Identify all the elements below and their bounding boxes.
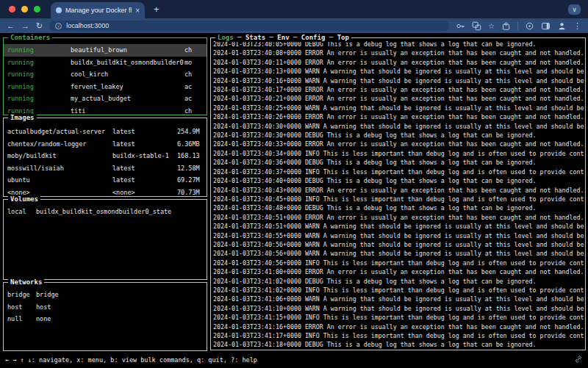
image-row[interactable]: ubuntu latest 69.27M (4, 174, 207, 187)
image-name: mosswill/isaiah (7, 165, 112, 172)
network-row[interactable]: null none (4, 313, 207, 325)
logs-tab-group: ─ Env (265, 34, 290, 42)
log-line: 2024-01-03T23:40:13+0000 WARN A warning … (213, 67, 585, 76)
image-row[interactable]: mosswill/isaiah latest 12.58M (4, 162, 207, 175)
docker-tui-page: Containers running beautiful_brown ch ru… (0, 33, 588, 351)
forward-button[interactable]: → (21, 22, 29, 30)
image-row[interactable]: actualbudget/actual-server latest 254.9M (4, 126, 207, 138)
container-name: cool_kirch (71, 71, 184, 78)
image-tag: latest (112, 165, 177, 172)
log-line: 2024-01-03T23:40:55+0000 WARN A warning … (213, 231, 585, 240)
network-name: host (7, 303, 36, 311)
log-line: 2024-01-03T23:40:21+0000 ERROR An error … (213, 94, 585, 103)
container-row[interactable]: running beautiful_brown ch (4, 44, 207, 57)
tab-search-chevron-icon[interactable]: ∨ (568, 4, 581, 15)
network-driver: host (36, 303, 207, 311)
log-line: 2024-01-03T23:40:37+0000 INFO This is le… (213, 167, 585, 176)
network-name: bridge (7, 291, 36, 298)
log-line: 2024-01-03T23:40:51+0000 ERROR An error … (213, 213, 585, 222)
right-column: Logs ─ Stats ─ Env ─ Config ─ Top 2024-0… (207, 33, 588, 351)
reload-button[interactable]: ↻ (36, 22, 43, 30)
volume-name: buildx_buildkit_osmondbuilder0_state (36, 208, 207, 215)
side-panel-icon[interactable] (541, 21, 551, 31)
image-size: 6.36MB (177, 140, 207, 148)
site-info-icon[interactable]: i (55, 23, 62, 29)
log-line: 2024-01-03T23:40:56+0000 INFO This is le… (213, 259, 585, 267)
container-status: running (7, 95, 71, 102)
image-row[interactable]: moby/buildkit buildx-stable-1 168.13 (4, 150, 207, 162)
networks-panel[interactable]: Networks bridge bridge host host (3, 282, 207, 351)
container-row[interactable]: running fervent_leakey ac (4, 81, 207, 93)
macos-close-button[interactable] (9, 6, 15, 12)
log-line: 2024-01-03T23:41:18+0000 DEBUG This is a… (213, 340, 585, 349)
macos-zoom-button[interactable] (34, 6, 40, 12)
translate-icon[interactable] (472, 21, 481, 31)
log-line: 2024-01-03T23:41:10+0000 WARN A warning … (213, 304, 585, 313)
log-line: 2024-01-03T23:41:02+0000 DEBUG This is a… (213, 277, 585, 286)
image-tag: buildx-stable-1 (112, 152, 177, 159)
back-button[interactable]: ← (7, 22, 15, 30)
url-text: localhost:3000 (66, 22, 109, 29)
logs-tab[interactable]: Logs (218, 34, 234, 41)
network-row[interactable]: bridge bridge (4, 289, 207, 301)
tab-separator: ─ (234, 34, 245, 41)
log-line: 2024-01-03T23:40:45+0000 INFO This is le… (213, 195, 585, 203)
status-bar: ← → ↑ ↓: navigate, x: menu, b: view bulk… (0, 351, 588, 368)
browser-tab[interactable]: Manage your Docker fleet w × (51, 2, 145, 18)
volumes-panel-title: Volumes (8, 195, 40, 203)
logs-tab[interactable]: Config (301, 34, 326, 41)
containers-list: running beautiful_brown ch running build… (4, 38, 207, 115)
log-line: 2024-01-03T23:40:40+0000 DEBUG This is a… (213, 176, 585, 185)
logs-tab[interactable]: Env (277, 34, 289, 41)
network-driver: bridge (36, 291, 207, 298)
image-row[interactable]: chentex/random-logger latest 6.36MB (4, 138, 207, 151)
tab-separator: ─ (325, 34, 337, 41)
browser-menu-kebab-icon[interactable]: ⋮ (573, 21, 581, 31)
network-driver: none (36, 315, 207, 322)
tab-separator: ─ (290, 34, 301, 41)
tab-strip: Manage your Docker fleet w × + ∨ (0, 0, 588, 18)
log-line: 2024-01-03T23:41:00+0000 ERROR An error … (213, 267, 585, 276)
logs-panel-tabs: Logs ─ Stats ─ Env ─ Config ─ Top (215, 34, 351, 42)
container-row[interactable]: running cool_kirch ch (4, 68, 207, 81)
images-list: actualbudget/actual-server latest 254.9M… (4, 118, 207, 196)
image-name: moby/buildkit (7, 152, 112, 159)
logs-tab-group: ─ Top (325, 34, 349, 42)
extension-circle-icon[interactable] (525, 21, 534, 31)
network-name: null (7, 315, 36, 322)
password-key-icon[interactable] (456, 21, 465, 31)
extensions-puzzle-icon[interactable] (501, 21, 511, 31)
container-image: ac (184, 83, 207, 90)
container-row[interactable]: running my_actual_budget ac (4, 93, 207, 105)
containers-panel[interactable]: Containers running beautiful_brown ch ru… (3, 37, 207, 115)
image-size: 12.58M (177, 165, 207, 172)
macos-minimize-button[interactable] (21, 6, 28, 12)
address-bar[interactable]: i localhost:3000 (49, 21, 449, 31)
logs-panel[interactable]: Logs ─ Stats ─ Env ─ Config ─ Top 2024-0… (210, 37, 586, 350)
image-tag: latest (112, 128, 177, 135)
tab-separator: ─ (265, 34, 277, 41)
container-row[interactable]: running buildx_buildkit_osmondbuilder0 m… (4, 57, 207, 69)
log-line: 2024-01-03T23:40:17+0000 ERROR An error … (213, 85, 585, 94)
volumes-panel[interactable]: Volumes local buildx_buildkit_osmondbuil… (3, 199, 207, 280)
container-row[interactable]: running titi ch (4, 105, 207, 115)
image-name: actualbudget/actual-server (7, 128, 112, 135)
volume-row[interactable]: local buildx_buildkit_osmondbuilder0_sta… (4, 206, 207, 218)
container-image: mo (184, 59, 207, 66)
network-row[interactable]: host host (4, 301, 207, 314)
images-panel[interactable]: Images actualbudget/actual-server latest… (3, 118, 207, 197)
logs-tab[interactable]: Top (337, 34, 349, 41)
tab-close-icon[interactable]: × (135, 7, 140, 15)
container-status: running (7, 71, 71, 78)
logs-tab[interactable]: Stats (245, 34, 265, 41)
volume-driver: local (7, 208, 36, 215)
profile-avatar-icon[interactable] (557, 21, 567, 31)
new-tab-button[interactable]: + (154, 4, 159, 15)
images-panel-title: Images (8, 114, 37, 122)
left-column: Containers running beautiful_brown ch ru… (0, 33, 207, 351)
image-row[interactable]: <none> <none> 70.73M (4, 187, 207, 197)
container-image: ch (184, 107, 207, 115)
log-line: 2024-01-03T23:40:11+0000 ERROR An error … (213, 58, 585, 67)
bookmark-star-icon[interactable]: ☆ (488, 22, 495, 30)
container-name: my_actual_budget (71, 95, 184, 102)
